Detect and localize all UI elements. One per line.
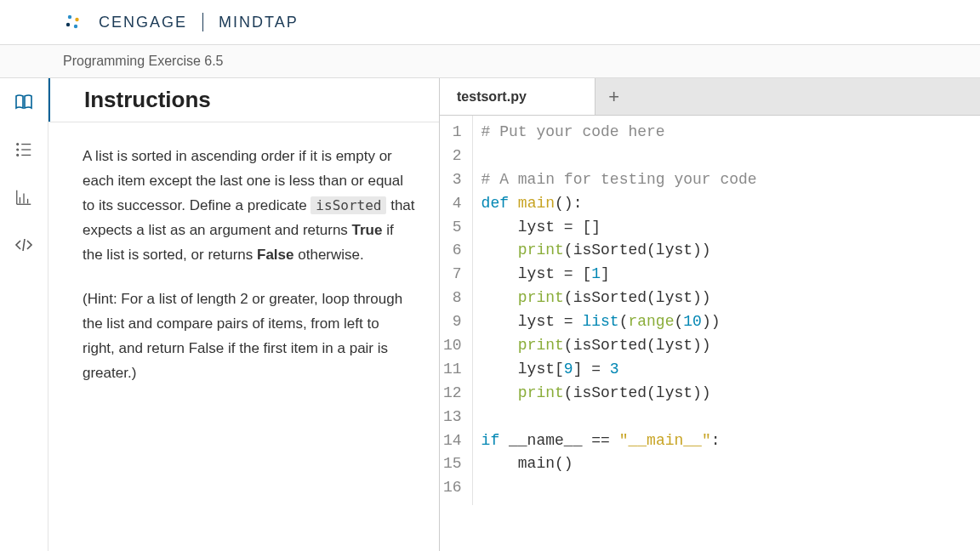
code-token: (isSorted(lyst)) xyxy=(564,337,711,354)
sidebar-item-chart[interactable] xyxy=(12,185,36,209)
svg-point-2 xyxy=(66,23,70,26)
code-token: 1 xyxy=(591,265,601,282)
instructions-paragraph-1: A list is sorted in ascending order if i… xyxy=(83,145,415,267)
code-token: print xyxy=(518,384,564,401)
sidebar-item-code[interactable] xyxy=(12,233,36,257)
active-tab-indicator xyxy=(48,78,83,122)
code-token: lyst[ xyxy=(481,361,564,378)
code-token: print xyxy=(518,337,564,354)
code-token: == xyxy=(591,432,610,449)
editor-tab-bar: testsort.py + xyxy=(440,78,980,116)
editor-tab-active[interactable]: testsort.py xyxy=(440,78,595,115)
code-token: print xyxy=(518,241,564,258)
code-token-issorted: isSorted xyxy=(311,196,386,214)
code-line: # Put your code here xyxy=(481,123,665,140)
instructions-panel: Instructions A list is sorted in ascendi… xyxy=(48,78,439,551)
svg-point-0 xyxy=(68,15,71,19)
editor-panel: testsort.py + 12345678910111213141516 # … xyxy=(439,78,980,551)
code-token: __name__ xyxy=(499,432,591,449)
header: CENGAGE MINDTAP xyxy=(0,0,980,44)
code-token: ( xyxy=(674,313,683,330)
code-token: (): xyxy=(555,195,582,212)
text: otherwise. xyxy=(298,247,363,263)
svg-point-1 xyxy=(75,18,78,21)
code-token: ] = xyxy=(573,361,610,378)
line-number-gutter: 12345678910111213141516 xyxy=(440,116,473,505)
instructions-title: Instructions xyxy=(83,87,211,113)
sidebar-item-book[interactable] xyxy=(12,90,36,114)
code-line: main() xyxy=(481,455,573,472)
code-token: if xyxy=(481,432,500,449)
sidebar xyxy=(0,78,48,551)
content: Instructions A list is sorted in ascendi… xyxy=(48,78,980,551)
plus-icon: + xyxy=(608,86,619,108)
code-token: 9 xyxy=(564,361,573,378)
code-token: lyst = xyxy=(481,313,583,330)
code-content[interactable]: # Put your code here # A main for testin… xyxy=(473,116,766,505)
code-token: main xyxy=(518,195,555,212)
code-token: print xyxy=(518,289,564,306)
svg-line-15 xyxy=(23,239,25,251)
code-token: "__main__" xyxy=(619,432,711,449)
instructions-header: Instructions xyxy=(48,78,439,122)
svg-point-8 xyxy=(17,155,19,156)
code-token: list xyxy=(582,313,618,330)
code-token: ( xyxy=(619,313,629,330)
code-token xyxy=(610,432,619,449)
svg-point-4 xyxy=(17,144,19,145)
brand-cengage: CENGAGE xyxy=(99,14,187,31)
code-token: (isSorted(lyst)) xyxy=(564,241,711,258)
svg-point-3 xyxy=(74,25,77,28)
code-token: def xyxy=(481,195,509,212)
add-tab-button[interactable]: + xyxy=(595,78,633,115)
bold-false: False xyxy=(257,247,293,263)
code-token: )) xyxy=(702,313,721,330)
cengage-logo-icon xyxy=(63,12,83,32)
code-token: (isSorted(lyst)) xyxy=(564,289,711,306)
instructions-paragraph-2: (Hint: For a list of length 2 or greater… xyxy=(83,287,415,386)
code-token: 10 xyxy=(683,313,702,330)
brand-divider xyxy=(202,13,203,31)
code-token: range xyxy=(628,313,674,330)
tab-filename: testsort.py xyxy=(457,89,527,105)
code-token: ] xyxy=(601,265,610,282)
code-line: # A main for testing your code xyxy=(481,171,757,188)
code-editor[interactable]: 12345678910111213141516 # Put your code … xyxy=(440,116,980,505)
code-token: 3 xyxy=(610,361,619,378)
instructions-body: A list is sorted in ascending order if i… xyxy=(48,122,439,415)
bold-true: True xyxy=(352,222,383,238)
code-token: (isSorted(lyst)) xyxy=(564,384,711,401)
sidebar-item-checklist[interactable] xyxy=(12,138,36,162)
code-line: lyst = [] xyxy=(481,219,601,236)
code-token: : xyxy=(711,432,721,449)
svg-point-6 xyxy=(17,149,19,151)
brand-mindtap: MINDTAP xyxy=(219,14,299,31)
code-token: lyst = [ xyxy=(481,265,592,282)
exercise-title: Programming Exercise 6.5 xyxy=(0,44,980,78)
main-layout: Instructions A list is sorted in ascendi… xyxy=(0,78,980,551)
